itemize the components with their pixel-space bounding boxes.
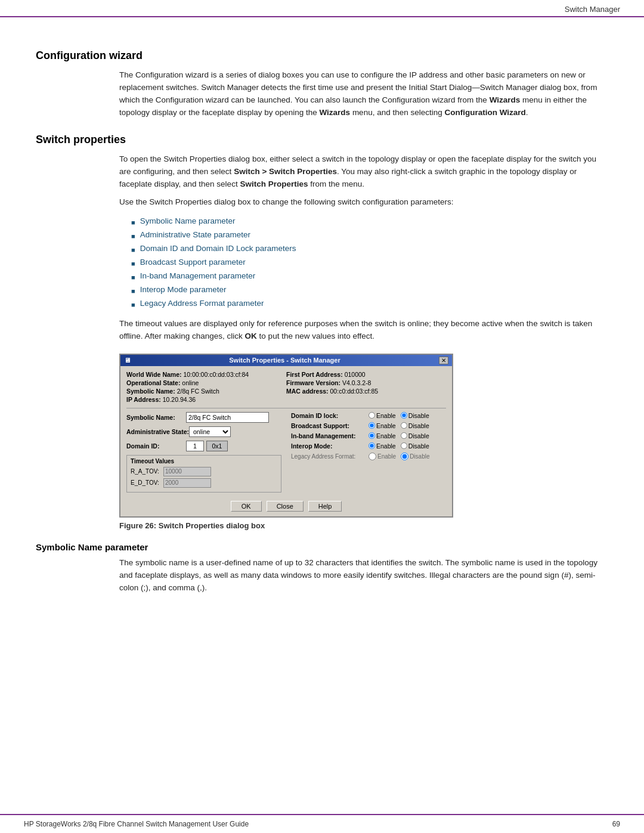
interop-disable-radio[interactable] [401, 442, 407, 449]
sym-name-row: Symbolic Name: [126, 412, 281, 423]
top-bar: Switch Manager [0, 0, 644, 17]
domain-id-lock-enable-option[interactable]: Enable [369, 412, 396, 419]
dialog-box: 🖥 Switch Properties - Switch Manager ✕ W… [119, 354, 453, 518]
wwn-value: 10:00:00:c0:dd:03:cf:84 [183, 371, 249, 378]
switch-properties-bold1: Switch > Switch Properties [234, 167, 337, 176]
bullet-icon: ■ [131, 217, 135, 228]
domain-id-lock-disable-radio[interactable] [401, 412, 407, 419]
switch-properties-heading: Switch properties [36, 134, 608, 146]
legacy-enable-radio[interactable] [369, 453, 376, 460]
interop-enable-radio[interactable] [369, 442, 375, 449]
footer-left: HP StorageWorks 2/8q Fibre Channel Switc… [24, 820, 249, 828]
dialog-title-icon: 🖥 [124, 357, 131, 364]
broadcast-label: Broadcast Support: [291, 422, 369, 429]
bullet-item-7: Legacy Address Format parameter [140, 297, 264, 311]
broadcast-row: Broadcast Support: Enable Disable [291, 422, 446, 429]
interop-enable-option[interactable]: Enable [369, 442, 396, 450]
bullet-list: ■Symbolic Name parameter ■Administrative… [131, 215, 608, 311]
sym-name-input[interactable] [186, 412, 269, 423]
ed-tov-input [163, 478, 211, 488]
legacy-label: Legacy Address Format: [291, 453, 369, 460]
admin-state-select[interactable]: online offline [189, 426, 231, 437]
bottom-bar: HP StorageWorks 2/8q Fibre Channel Switc… [0, 814, 644, 833]
inband-enable-radio[interactable] [369, 432, 375, 439]
figure-container: 🖥 Switch Properties - Switch Manager ✕ W… [119, 354, 525, 518]
legacy-disable-radio[interactable] [401, 453, 408, 460]
inband-label: In-band Management: [291, 432, 369, 439]
op-state-item: Operational State: online [126, 379, 286, 386]
dialog-form-area: Symbolic Name: Administrative State: onl… [126, 412, 446, 493]
symbolic-name-param-para: The symbolic name is a user-defined name… [119, 557, 608, 594]
legacy-enable-option[interactable]: Enable [369, 453, 396, 460]
interop-disable-option[interactable]: Disable [401, 442, 429, 450]
bullet-item-6: Interop Mode parameter [140, 283, 227, 297]
config-wizard-bold: Configuration Wizard [444, 108, 525, 117]
figure-caption-text: Figure 26: Switch Properties dialog box [119, 521, 265, 530]
legacy-enable-label: Enable [377, 453, 396, 460]
broadcast-enable-radio[interactable] [369, 422, 375, 429]
dialog-body: World Wide Name: 10:00:00:c0:dd:03:cf:84… [120, 366, 452, 516]
ra-tov-label: R_A_TOV: [131, 468, 163, 475]
broadcast-disable-option[interactable]: Disable [401, 422, 429, 429]
list-item: ■Broadcast Support parameter [131, 256, 608, 270]
domain-id-lock-disable-option[interactable]: Disable [401, 412, 429, 419]
list-item: ■Symbolic Name parameter [131, 215, 608, 228]
bullet-item-1: Symbolic Name parameter [140, 215, 236, 228]
inband-disable-label: Disable [408, 432, 429, 439]
mac-label: MAC address: [286, 388, 329, 395]
bullet-icon: ■ [131, 244, 135, 256]
dialog-separator [126, 408, 446, 408]
dialog-left-panel: Symbolic Name: Administrative State: onl… [126, 412, 281, 493]
ok-button[interactable]: OK [231, 501, 262, 512]
symbolic-name-param-heading: Symbolic Name parameter [36, 542, 608, 552]
legacy-row: Legacy Address Format: Enable Disable [291, 453, 446, 460]
close-button[interactable]: Close [267, 501, 304, 512]
broadcast-enable-option[interactable]: Enable [369, 422, 396, 429]
legacy-disable-option[interactable]: Disable [401, 453, 429, 460]
timeout-group: Timeout Values R_A_TOV: E_D_TOV: [126, 455, 281, 493]
inband-enable-option[interactable]: Enable [369, 432, 396, 439]
domain-id-label: Domain ID: [126, 442, 186, 450]
domain-id-row: Domain ID: [126, 441, 281, 451]
domain-id-lock-enable-radio[interactable] [369, 412, 375, 419]
domain-id-lock-radio-group: Enable Disable [369, 412, 429, 419]
domain-id-input[interactable] [186, 441, 204, 451]
ra-tov-row: R_A_TOV: [131, 467, 277, 476]
list-item: ■Interop Mode parameter [131, 283, 608, 297]
bullet-icon: ■ [131, 286, 135, 297]
wizards-bold1: Wizards [490, 95, 521, 104]
dialog-info-col-right: First Port Address: 010000 Firmware Vers… [286, 371, 446, 404]
sym-name-info-value: 2/8q FC Switch [177, 388, 219, 395]
admin-state-row: Administrative State: online offline [126, 426, 281, 437]
domain-id-lock-row: Domain ID lock: Enable Disable [291, 412, 446, 419]
op-state-value: online [182, 379, 199, 386]
first-port-item: First Port Address: 010000 [286, 371, 446, 378]
inband-disable-option[interactable]: Disable [401, 432, 429, 439]
wwn-label: World Wide Name: [126, 371, 181, 378]
interop-row: Interop Mode: Enable Disable [291, 442, 446, 450]
help-button[interactable]: Help [308, 501, 342, 512]
legacy-radio-group: Enable Disable [369, 453, 430, 460]
broadcast-enable-label: Enable [376, 422, 396, 429]
domain-id-lock-enable-label: Enable [376, 412, 396, 419]
dialog-buttons: OK Close Help [126, 497, 446, 512]
bullet-icon: ■ [131, 272, 135, 283]
interop-label: Interop Mode: [291, 442, 369, 450]
list-item: ■Legacy Address Format parameter [131, 297, 608, 311]
wwn-item: World Wide Name: 10:00:00:c0:dd:03:cf:84 [126, 371, 286, 378]
first-port-value: 010000 [345, 371, 366, 378]
config-wizard-para1: The Configuration wizard is a series of … [119, 69, 608, 119]
ip-value: 10.20.94.36 [163, 396, 196, 403]
dialog-close-button[interactable]: ✕ [439, 357, 448, 364]
mac-item: MAC address: 00:c0:dd:03:cf:85 [286, 388, 446, 395]
bullet-item-4: Broadcast Support parameter [140, 256, 246, 270]
domain-id-lock-label: Domain ID lock: [291, 412, 369, 419]
broadcast-disable-radio[interactable] [401, 422, 407, 429]
fw-item: Firmware Version: V4.0.3.2-8 [286, 379, 446, 386]
inband-disable-radio[interactable] [401, 432, 407, 439]
page-container: Switch Manager Configuration wizard The … [0, 0, 644, 833]
ed-tov-label: E_D_TOV: [131, 479, 163, 486]
switch-properties-para1: To open the Switch Properties dialog box… [119, 153, 608, 191]
config-wizard-heading: Configuration wizard [36, 49, 608, 62]
list-item: ■Domain ID and Domain ID Lock parameters [131, 242, 608, 256]
